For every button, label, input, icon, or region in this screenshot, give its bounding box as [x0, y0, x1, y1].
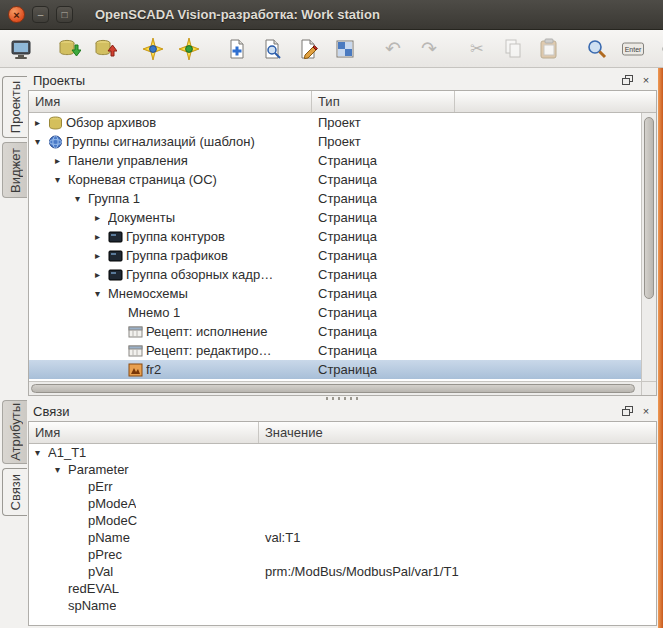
row-value — [259, 546, 656, 563]
links-dock-title: Связи — [33, 404, 616, 419]
expander-icon[interactable]: ▾ — [75, 189, 88, 208]
copy-icon[interactable] — [498, 34, 528, 64]
titlebar[interactable]: × – □ OpenSCADA Vision-разработка: Work … — [0, 0, 663, 30]
tree-row[interactable]: pName val:T1 — [29, 529, 656, 546]
tree-row[interactable]: pVal prm:/ModBus/ModbusPal/var1/T1 — [29, 563, 656, 580]
row-label: Обзор архивов — [66, 113, 156, 132]
expander-icon[interactable]: ▸ — [35, 113, 48, 132]
tree-row[interactable]: ▾A1_T1 — [29, 444, 656, 461]
horizontal-scrollbar[interactable] — [29, 381, 656, 395]
expander-icon[interactable]: ▾ — [35, 444, 48, 461]
expander-icon[interactable]: ▸ — [95, 265, 108, 284]
row-label: Группа графиков — [126, 246, 228, 265]
minimize-icon[interactable]: – — [32, 6, 49, 23]
row-label: fr2 — [146, 360, 161, 379]
archive-db-icon — [48, 116, 64, 130]
scrollbar-thumb[interactable] — [31, 384, 635, 393]
window-buttons: × – □ — [8, 6, 73, 23]
maximize-icon[interactable]: □ — [56, 6, 73, 23]
tree-row[interactable]: ▸Группа обзорных кадр… Страница — [29, 265, 656, 284]
load-from-db-icon[interactable] — [54, 34, 84, 64]
tree-row[interactable]: ▾Группы сигнализаций (шаблон) Проект — [29, 132, 656, 151]
station-icon[interactable] — [6, 34, 36, 64]
column-header-value[interactable]: Значение — [259, 422, 656, 443]
paste-icon[interactable] — [534, 34, 564, 64]
expander-icon[interactable]: ▾ — [35, 132, 48, 151]
tree-row[interactable]: ▾Корневая страница (ОС) Страница — [29, 170, 656, 189]
close-dock-icon[interactable]: × — [638, 73, 654, 88]
tree-row[interactable]: spName — [29, 597, 656, 614]
tab-links[interactable]: Связи — [2, 468, 27, 516]
expander-icon[interactable]: ▾ — [55, 461, 68, 478]
row-label: Группа обзорных кадр… — [126, 265, 273, 284]
row-label: Рецепт: редактиро… — [146, 341, 272, 360]
window-title: OpenSCADA Vision-разработка: Work statio… — [95, 7, 380, 22]
redo-icon[interactable]: ↷ — [414, 34, 444, 64]
row-type: Страница — [312, 284, 656, 303]
expander-icon[interactable]: ▸ — [95, 208, 108, 227]
tree-row[interactable]: pPrec — [29, 546, 656, 563]
run-widget-icon[interactable] — [138, 34, 168, 64]
tree-row[interactable]: Мнемо 1 Страница — [29, 303, 656, 322]
row-label: pName — [88, 529, 130, 546]
save-to-db-icon[interactable] — [90, 34, 120, 64]
tree-row[interactable]: pErr — [29, 478, 656, 495]
expander-icon[interactable]: ▾ — [55, 170, 68, 189]
tree-row-selected[interactable]: fr2 Страница — [29, 360, 656, 379]
row-value — [259, 512, 656, 529]
close-icon[interactable]: × — [8, 6, 25, 23]
column-header-name[interactable]: Имя — [29, 422, 259, 443]
window-table-icon — [128, 325, 144, 339]
globe-icon — [48, 135, 64, 149]
app-window: × – □ OpenSCADA Vision-разработка: Work … — [0, 0, 663, 628]
page-template-icon[interactable] — [330, 34, 360, 64]
tree-row[interactable]: Рецепт: редактиро… Страница — [29, 341, 656, 360]
row-label: Группа 1 — [88, 189, 140, 208]
links-table-header: Имя Значение — [29, 422, 656, 444]
tree-row[interactable]: ▾Группа 1 Страница — [29, 189, 656, 208]
float-dock-icon[interactable] — [619, 73, 635, 88]
column-header-name[interactable]: Имя — [29, 91, 312, 112]
close-dock-icon[interactable]: × — [638, 404, 654, 419]
enter-key-icon[interactable]: Enter — [618, 34, 648, 64]
find-icon[interactable] — [582, 34, 612, 64]
cut-icon[interactable]: ✂ — [462, 34, 492, 64]
page-view-icon[interactable] — [258, 34, 288, 64]
tree-row[interactable]: ▸Группа графиков Страница — [29, 246, 656, 265]
float-dock-icon[interactable] — [619, 404, 635, 419]
column-header-type[interactable]: Тип — [312, 91, 455, 112]
run-project-icon[interactable] — [174, 34, 204, 64]
tree-row[interactable]: ▾Parameter — [29, 461, 656, 478]
undo-icon[interactable]: ↶ — [378, 34, 408, 64]
expander-icon[interactable]: ▸ — [95, 246, 108, 265]
links-table: Имя Значение ▾A1_T1 ▾Parameter — [28, 421, 657, 626]
tree-row[interactable]: ▸Группа контуров Страница — [29, 227, 656, 246]
expander-icon[interactable]: ▸ — [55, 151, 68, 170]
tree-row[interactable]: pModeC — [29, 512, 656, 529]
splitter-grip-icon — [326, 397, 360, 400]
tree-row[interactable]: ▸Обзор архивов Проект — [29, 113, 656, 132]
expander-icon[interactable]: ▾ — [95, 284, 108, 303]
tree-row[interactable]: ▸Документы Страница — [29, 208, 656, 227]
tree-row[interactable]: pModeA — [29, 495, 656, 512]
overlay-scrollbar-strip[interactable] — [658, 68, 663, 628]
window-table-icon — [128, 344, 144, 358]
scrollbar-thumb[interactable] — [644, 117, 654, 299]
tree-row[interactable]: redEVAL — [29, 580, 656, 597]
row-type: Страница — [312, 208, 656, 227]
vertical-scrollbar[interactable] — [641, 113, 656, 381]
row-type: Страница — [312, 170, 656, 189]
row-label: pVal — [88, 563, 113, 580]
page-edit-icon[interactable] — [294, 34, 324, 64]
extra-icon[interactable] — [654, 34, 663, 64]
tab-widget[interactable]: Виджет — [2, 142, 27, 198]
row-type: Страница — [312, 360, 656, 379]
tree-row[interactable]: ▾Мнемосхемы Страница — [29, 284, 656, 303]
expander-icon[interactable]: ▸ — [95, 227, 108, 246]
tree-row[interactable]: ▸Панели управления Страница — [29, 151, 656, 170]
page-new-icon[interactable] — [222, 34, 252, 64]
tree-row[interactable]: Рецепт: исполнение Страница — [29, 322, 656, 341]
row-value — [259, 597, 656, 614]
tab-attributes[interactable]: Атрибуты — [2, 400, 27, 464]
tab-projects[interactable]: Проекты — [2, 76, 27, 138]
